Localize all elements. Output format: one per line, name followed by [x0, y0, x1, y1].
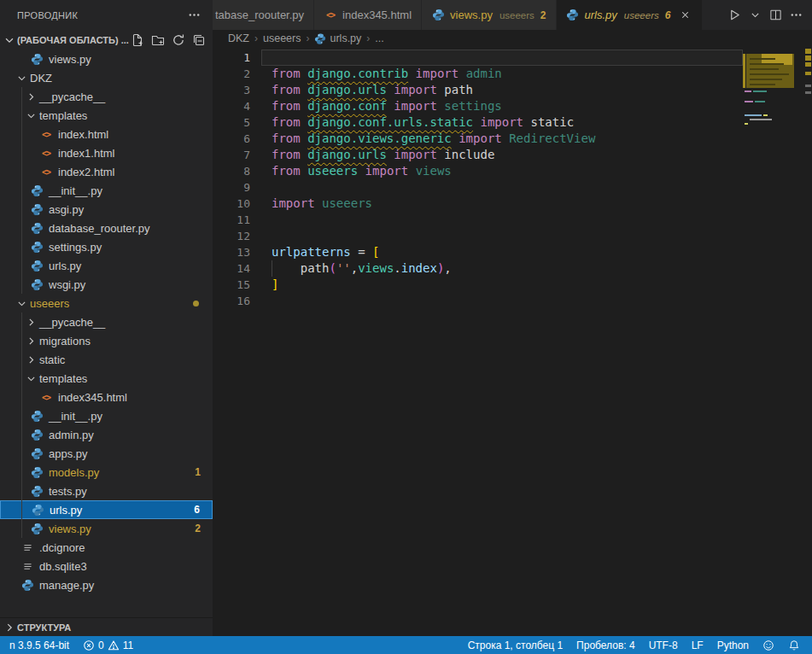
code-line-10[interactable]: 10import useeers: [213, 196, 743, 212]
tree-item-.dcignore[interactable]: .dcignore: [0, 538, 213, 557]
tree-item-label: __init__.py: [49, 410, 102, 423]
tree-item-views.py[interactable]: views.py2: [0, 519, 213, 538]
tab-bar: tabase_roouter.py<>index345.htmlviews.py…: [213, 0, 812, 30]
code-line-5[interactable]: 5from django.conf.urls.static import sta…: [213, 114, 743, 131]
tree-item-index1.html[interactable]: <>index1.html: [0, 143, 213, 162]
tab-urls.py[interactable]: urls.pyuseeers6: [557, 0, 704, 30]
run-button[interactable]: [727, 8, 742, 22]
line-content: [261, 179, 743, 196]
tree-item-apps.py[interactable]: apps.py: [0, 444, 213, 463]
code-line-1[interactable]: 1: [213, 50, 743, 66]
code-line-6[interactable]: 6from django.views.generic import Redire…: [213, 131, 743, 147]
language-mode-status-item[interactable]: Python: [710, 636, 756, 654]
tab-tabase_roouter.py[interactable]: tabase_roouter.py: [213, 0, 314, 30]
tree-item-admin.py[interactable]: admin.py: [0, 425, 213, 444]
tree-item-db.sqlite3[interactable]: db.sqlite3: [0, 557, 213, 575]
tree-item-models.py[interactable]: models.py1: [0, 463, 213, 482]
line-content: [261, 50, 743, 66]
tree-item-__pycache__[interactable]: __pycache__: [0, 87, 213, 106]
tree-item-templates[interactable]: templates: [0, 106, 213, 125]
python-icon: [20, 578, 34, 592]
cursor-position-status-item[interactable]: Строка 1, столбец 1: [461, 636, 570, 654]
new-folder-button[interactable]: [151, 33, 165, 47]
tree-item-index2.html[interactable]: <>index2.html: [0, 162, 213, 181]
tree-item-label: templates: [39, 109, 87, 122]
breadcrumb-item[interactable]: urls.py: [314, 32, 361, 44]
tab-close-button[interactable]: [677, 8, 692, 23]
tree-item-index.html[interactable]: <>index.html: [0, 125, 213, 143]
breadcrumb-item[interactable]: DKZ: [228, 32, 249, 44]
code-token: from: [272, 115, 301, 129]
workspace-label: (РАБОЧАЯ ОБЛАСТЬ) ...: [17, 35, 131, 45]
code-token: django.urls: [307, 83, 387, 96]
tab-label: index345.html: [342, 9, 412, 21]
tree-item-views.py[interactable]: views.py: [0, 50, 213, 68]
tree-item-urls.py[interactable]: urls.py: [0, 256, 213, 275]
python-version-indicator[interactable]: n 3.9.5 64-bit: [3, 636, 76, 654]
code-token: import: [416, 67, 459, 80]
tree-item-label: admin.py: [49, 429, 94, 441]
tab-views.py[interactable]: views.pyuseeers2: [422, 0, 556, 30]
tree-item-templates[interactable]: templates: [0, 369, 213, 388]
code-line-16[interactable]: 16: [213, 293, 743, 309]
tree-item-useeers[interactable]: useeers: [0, 294, 213, 312]
python-icon: [30, 447, 44, 460]
new-file-button[interactable]: [131, 33, 144, 47]
tree-item-migrations[interactable]: migrations: [0, 331, 213, 350]
editor-more-actions-button[interactable]: [789, 8, 803, 22]
tree-item-tests.py[interactable]: tests.py: [0, 482, 213, 500]
collapse-folders-button[interactable]: [192, 33, 206, 47]
explorer-more-actions-button[interactable]: [185, 7, 202, 24]
code-line-3[interactable]: 3from django.urls import path: [213, 82, 743, 98]
outline-section-header[interactable]: СТРУКТУРА: [0, 617, 213, 636]
problems-indicator[interactable]: 011: [76, 636, 140, 654]
code-line-4[interactable]: 4from django.conf import settings: [213, 98, 743, 114]
ellipsis-icon: [188, 9, 201, 21]
tree-item-index345.html[interactable]: <>index345.html: [0, 388, 213, 406]
code-editor[interactable]: 12from django.contrib import admin3from …: [213, 47, 812, 636]
feedback-status-item[interactable]: [756, 636, 781, 654]
tree-item-wsgi.py[interactable]: wsgi.py: [0, 275, 213, 294]
tree-item-label: __pycache__: [39, 316, 105, 329]
tree-item-__init__.py[interactable]: __init__.py: [0, 181, 213, 200]
code-line-12[interactable]: 12: [213, 228, 743, 244]
tree-item-database_roouter.py[interactable]: database_roouter.py: [0, 219, 213, 237]
code-line-14[interactable]: 14 path('',views.index),: [213, 260, 743, 277]
tree-item-urls.py[interactable]: urls.py6: [0, 500, 213, 519]
python-icon: [30, 522, 44, 535]
code-line-15[interactable]: 15]: [213, 277, 743, 293]
overview-ruler: [799, 47, 812, 636]
run-dropdown-button[interactable]: [748, 8, 762, 22]
indentation-status-item[interactable]: Пробелов: 4: [570, 636, 642, 654]
tree-item-asgi.py[interactable]: asgi.py: [0, 200, 213, 219]
code-line-8[interactable]: 8from useeers import views: [213, 163, 743, 179]
refresh-explorer-button[interactable]: [172, 33, 185, 47]
code-line-11[interactable]: 11: [213, 212, 743, 228]
workspace-section-header[interactable]: (РАБОЧАЯ ОБЛАСТЬ) ...: [0, 30, 213, 50]
minimap[interactable]: [743, 47, 799, 636]
tab-index345.html[interactable]: <>index345.html: [314, 0, 422, 30]
code-line-13[interactable]: 13urlpatterns = [: [213, 244, 743, 260]
eol-status-item[interactable]: LF: [685, 636, 710, 654]
breadcrumb: DKZ›useeers›urls.py›...: [213, 30, 812, 47]
tree-item-__init__.py[interactable]: __init__.py: [0, 406, 213, 425]
html-icon: <>: [39, 165, 53, 178]
tree-item-label: __init__.py: [49, 184, 102, 197]
error-count: 0: [98, 639, 104, 651]
tree-item-__pycache__[interactable]: __pycache__: [0, 312, 213, 331]
tree-item-static[interactable]: static: [0, 350, 213, 369]
breadcrumb-item[interactable]: ...: [375, 32, 383, 44]
code-line-9[interactable]: 9: [213, 179, 743, 196]
code-line-2[interactable]: 2from django.contrib import admin: [213, 66, 743, 82]
file-icon: [20, 540, 34, 554]
code-token: useeers: [307, 164, 358, 178]
split-editor-button[interactable]: [768, 8, 783, 22]
code-line-7[interactable]: 7from django.urls import include: [213, 147, 743, 163]
tree-item-settings.py[interactable]: settings.py: [0, 237, 213, 256]
tree-item-DKZ[interactable]: DKZ: [0, 68, 213, 87]
notifications-status-item[interactable]: [781, 636, 807, 654]
line-content: path('',views.index),: [261, 260, 743, 277]
encoding-status-item[interactable]: UTF-8: [642, 636, 685, 654]
tree-item-manage.py[interactable]: manage.py: [0, 575, 213, 594]
breadcrumb-item[interactable]: useeers: [263, 32, 301, 44]
